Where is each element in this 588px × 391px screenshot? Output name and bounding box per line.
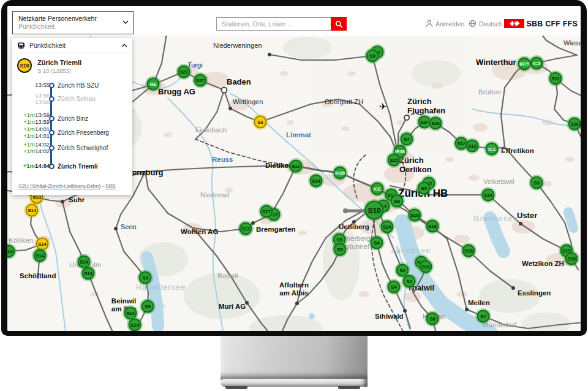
line-badge-s9[interactable]: S9 (391, 195, 404, 208)
search-icon (335, 20, 343, 28)
line-badge-s7[interactable]: S7 (477, 310, 490, 323)
line-badge-s12[interactable]: S12 (466, 140, 479, 153)
sbb-logo: SBB CFF FFS (504, 19, 578, 28)
line-badge-s7[interactable]: S7 (401, 133, 413, 146)
line-badge-s9[interactable]: S9 (366, 50, 379, 63)
stop-name: Zürich Schweighof (58, 145, 108, 151)
stop-time: 14:04 (35, 163, 50, 170)
line-badge-s27[interactable]: S27 (178, 66, 190, 78)
line-badge-s16[interactable]: S16 (420, 260, 432, 273)
sbb-flag-icon (504, 19, 524, 28)
stop-delay: +1m+1m (12, 126, 35, 139)
user-icon (426, 20, 433, 28)
line-badge-s14[interactable]: S14 (482, 189, 495, 202)
line-badge-s14[interactable]: S14 (26, 204, 39, 217)
line-badge-ir75[interactable]: IR75 (518, 58, 531, 70)
stop-time: 13:5613:56 (35, 93, 50, 105)
line-badge-ir35[interactable]: IR35 (334, 167, 347, 180)
line-badge-s9[interactable]: S9 (139, 271, 152, 284)
line-badge-s2[interactable]: S2 (403, 275, 416, 288)
stop-name: Zürich Triemli (58, 163, 98, 170)
line-badge-s4[interactable]: S4 (388, 281, 401, 294)
selected-train: S10 Zürich Triemli S 10 (12853) (17, 58, 81, 74)
stop-row: +1m+1m14:0114:01Zürich Friesenberg (12, 126, 132, 139)
line-badge-s15[interactable]: S15 (565, 252, 578, 265)
line-badge-s5[interactable]: S5 (418, 182, 431, 195)
punctuality-panel: Pünktlichkeit S10 Zürich Triemli S 10 (1… (12, 38, 132, 195)
line-badge-s14[interactable]: S14 (78, 256, 91, 268)
line-badge-s15[interactable]: S15 (388, 154, 401, 167)
line-badge-ice[interactable]: ICE (371, 183, 384, 196)
stop-time: 14:0214:02 (35, 142, 50, 154)
panel-title: Pünktlichkeit (29, 42, 66, 49)
line-badge-s17[interactable]: S17 (239, 222, 252, 235)
line-badge-s18[interactable]: S18 (462, 245, 475, 257)
map-layer-dropdown[interactable]: Netzkarte Personenverkehr Pünktlichkeit (12, 11, 134, 34)
line-badge-s24[interactable]: S24 (429, 117, 442, 130)
monitor-stand (221, 336, 368, 380)
line-badge-s6[interactable]: S6 (254, 116, 267, 129)
line-badge-s4[interactable]: S4 (371, 237, 383, 249)
chevron-down-icon (123, 20, 129, 25)
search-input[interactable] (216, 17, 331, 31)
line-badge-s14[interactable]: S14 (129, 319, 141, 332)
line-badge-s8[interactable]: S8 (426, 313, 439, 325)
line-badge-s12[interactable]: S12 (290, 160, 303, 173)
stop-row: +1m14:04Zürich Triemli (12, 163, 132, 170)
line-badge-s26[interactable]: S26 (568, 118, 581, 131)
line-badge-s14[interactable]: S14 (36, 238, 49, 251)
layer-dropdown-subtitle: Pünktlichkeit (18, 23, 119, 31)
monitor-frame: Anmelden Deutsch SBB CFF FFS (1, 0, 587, 336)
stop-row: 13:5613:56Zürich Selnau (12, 93, 132, 105)
timeline-stop-dot (49, 164, 55, 169)
line-badge-ic1[interactable]: IC1 (486, 143, 499, 156)
layer-dropdown-title: Netzkarte Personenverkehr (18, 14, 119, 23)
globe-icon (469, 20, 477, 28)
monitor-foot (225, 386, 247, 389)
line-badge-s14[interactable]: S14 (82, 267, 95, 280)
stop-delay: +1m+1m (12, 142, 35, 154)
line-badge-re[interactable]: RE (147, 78, 160, 91)
line-badge-s24[interactable]: S24 (381, 221, 394, 233)
line-badge-s14[interactable]: S14 (124, 307, 137, 320)
line-badge-s27[interactable]: S27 (194, 74, 207, 87)
screen: Anmelden Deutsch SBB CFF FFS (7, 6, 581, 331)
login-button[interactable]: Anmelden (426, 20, 464, 28)
train-destination: Zürich Triemli (37, 58, 81, 66)
line-badge-s14[interactable]: S14 (310, 175, 323, 188)
timeline-stop-dot (49, 130, 55, 135)
train-number: S 10 (12853) (37, 66, 81, 74)
timeline-stop-dot (49, 83, 55, 88)
panel-header[interactable]: Pünktlichkeit (12, 38, 132, 53)
stop-name: Zürich HB SZU (58, 82, 99, 89)
line-badge-s9[interactable]: S9 (141, 300, 154, 313)
login-label: Anmelden (435, 20, 464, 28)
operator-link[interactable]: SZU (Sihltal-Zürich-Uetliberg-Bahn) (18, 183, 100, 189)
line-badge-s18[interactable]: S18 (426, 220, 439, 233)
panel-footer: SZU (Sihltal-Zürich-Uetliberg-Bahn) - SB… (18, 183, 116, 189)
line-badge-s10[interactable]: S10 (365, 201, 384, 220)
train-icon (17, 42, 25, 49)
line-badge-s17[interactable]: S17 (260, 205, 273, 218)
sbb-link[interactable]: SBB (105, 183, 116, 189)
stop-name: Zürich Binz (58, 115, 88, 122)
airplane-icon: ✈ (379, 101, 387, 112)
chevron-up-icon (121, 44, 127, 48)
line-badge-s14[interactable]: S14 (34, 249, 47, 262)
timeline-stop-dot (49, 145, 55, 151)
stop-time: 14:0114:01 (35, 126, 50, 139)
line-badge-s3[interactable]: S3 (530, 177, 543, 189)
language-label: Deutsch (479, 20, 503, 28)
line-badge-s11[interactable]: S11 (549, 72, 562, 85)
timeline-stop-dot (49, 116, 55, 121)
search-bar (216, 17, 347, 31)
stop-name: Zürich Selnau (58, 96, 96, 102)
timeline-stop-dot (49, 96, 55, 102)
line-badge-s5[interactable]: S5 (334, 243, 347, 256)
stop-name: Zürich Friesenberg (58, 129, 109, 136)
sbb-logo-text: SBB CFF FFS (527, 20, 578, 28)
line-badge-ic5[interactable]: IC5 (530, 57, 543, 70)
search-button[interactable] (331, 17, 347, 31)
line-badge-s18[interactable]: S18 (409, 209, 421, 222)
stop-time: 13:5913:59 (35, 112, 50, 125)
